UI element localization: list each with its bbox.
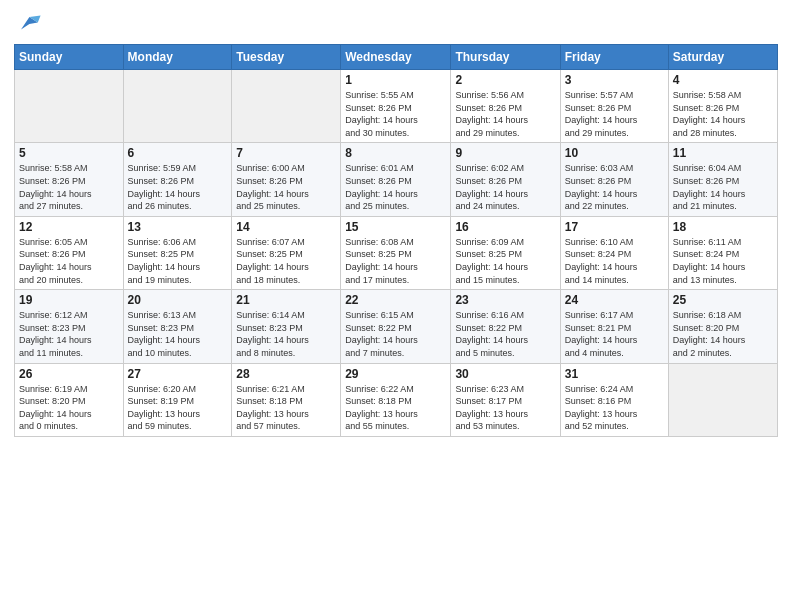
day-info: Sunrise: 6:21 AM Sunset: 8:18 PM Dayligh… — [236, 383, 336, 433]
day-info: Sunrise: 6:17 AM Sunset: 8:21 PM Dayligh… — [565, 309, 664, 359]
day-number: 9 — [455, 146, 555, 160]
calendar-empty-cell — [15, 70, 124, 143]
day-number: 7 — [236, 146, 336, 160]
day-number: 24 — [565, 293, 664, 307]
day-number: 23 — [455, 293, 555, 307]
logo-bird-icon — [14, 10, 42, 38]
day-number: 18 — [673, 220, 773, 234]
day-number: 25 — [673, 293, 773, 307]
day-info: Sunrise: 6:03 AM Sunset: 8:26 PM Dayligh… — [565, 162, 664, 212]
weekday-header-saturday: Saturday — [668, 45, 777, 70]
calendar-table: SundayMondayTuesdayWednesdayThursdayFrid… — [14, 44, 778, 437]
day-info: Sunrise: 6:08 AM Sunset: 8:25 PM Dayligh… — [345, 236, 446, 286]
day-number: 16 — [455, 220, 555, 234]
calendar-day-12: 12Sunrise: 6:05 AM Sunset: 8:26 PM Dayli… — [15, 216, 124, 289]
calendar-day-30: 30Sunrise: 6:23 AM Sunset: 8:17 PM Dayli… — [451, 363, 560, 436]
day-info: Sunrise: 6:12 AM Sunset: 8:23 PM Dayligh… — [19, 309, 119, 359]
calendar-day-1: 1Sunrise: 5:55 AM Sunset: 8:26 PM Daylig… — [341, 70, 451, 143]
day-info: Sunrise: 6:13 AM Sunset: 8:23 PM Dayligh… — [128, 309, 228, 359]
calendar-day-17: 17Sunrise: 6:10 AM Sunset: 8:24 PM Dayli… — [560, 216, 668, 289]
day-info: Sunrise: 6:06 AM Sunset: 8:25 PM Dayligh… — [128, 236, 228, 286]
day-number: 8 — [345, 146, 446, 160]
logo — [14, 10, 46, 38]
calendar-day-26: 26Sunrise: 6:19 AM Sunset: 8:20 PM Dayli… — [15, 363, 124, 436]
day-info: Sunrise: 5:58 AM Sunset: 8:26 PM Dayligh… — [19, 162, 119, 212]
calendar-day-14: 14Sunrise: 6:07 AM Sunset: 8:25 PM Dayli… — [232, 216, 341, 289]
calendar-day-31: 31Sunrise: 6:24 AM Sunset: 8:16 PM Dayli… — [560, 363, 668, 436]
calendar-week-row: 26Sunrise: 6:19 AM Sunset: 8:20 PM Dayli… — [15, 363, 778, 436]
day-info: Sunrise: 6:22 AM Sunset: 8:18 PM Dayligh… — [345, 383, 446, 433]
calendar-day-4: 4Sunrise: 5:58 AM Sunset: 8:26 PM Daylig… — [668, 70, 777, 143]
day-number: 26 — [19, 367, 119, 381]
calendar-week-row: 5Sunrise: 5:58 AM Sunset: 8:26 PM Daylig… — [15, 143, 778, 216]
day-info: Sunrise: 6:04 AM Sunset: 8:26 PM Dayligh… — [673, 162, 773, 212]
calendar-day-9: 9Sunrise: 6:02 AM Sunset: 8:26 PM Daylig… — [451, 143, 560, 216]
day-info: Sunrise: 5:55 AM Sunset: 8:26 PM Dayligh… — [345, 89, 446, 139]
calendar-day-27: 27Sunrise: 6:20 AM Sunset: 8:19 PM Dayli… — [123, 363, 232, 436]
weekday-header-friday: Friday — [560, 45, 668, 70]
day-info: Sunrise: 6:10 AM Sunset: 8:24 PM Dayligh… — [565, 236, 664, 286]
calendar-day-8: 8Sunrise: 6:01 AM Sunset: 8:26 PM Daylig… — [341, 143, 451, 216]
day-number: 27 — [128, 367, 228, 381]
day-info: Sunrise: 6:07 AM Sunset: 8:25 PM Dayligh… — [236, 236, 336, 286]
day-number: 20 — [128, 293, 228, 307]
calendar-day-20: 20Sunrise: 6:13 AM Sunset: 8:23 PM Dayli… — [123, 290, 232, 363]
calendar-day-15: 15Sunrise: 6:08 AM Sunset: 8:25 PM Dayli… — [341, 216, 451, 289]
calendar-day-3: 3Sunrise: 5:57 AM Sunset: 8:26 PM Daylig… — [560, 70, 668, 143]
weekday-header-row: SundayMondayTuesdayWednesdayThursdayFrid… — [15, 45, 778, 70]
day-number: 31 — [565, 367, 664, 381]
day-info: Sunrise: 6:02 AM Sunset: 8:26 PM Dayligh… — [455, 162, 555, 212]
calendar-empty-cell — [668, 363, 777, 436]
day-info: Sunrise: 5:58 AM Sunset: 8:26 PM Dayligh… — [673, 89, 773, 139]
calendar-day-16: 16Sunrise: 6:09 AM Sunset: 8:25 PM Dayli… — [451, 216, 560, 289]
calendar-day-25: 25Sunrise: 6:18 AM Sunset: 8:20 PM Dayli… — [668, 290, 777, 363]
calendar-day-22: 22Sunrise: 6:15 AM Sunset: 8:22 PM Dayli… — [341, 290, 451, 363]
day-info: Sunrise: 6:11 AM Sunset: 8:24 PM Dayligh… — [673, 236, 773, 286]
calendar-day-5: 5Sunrise: 5:58 AM Sunset: 8:26 PM Daylig… — [15, 143, 124, 216]
day-number: 30 — [455, 367, 555, 381]
calendar-day-23: 23Sunrise: 6:16 AM Sunset: 8:22 PM Dayli… — [451, 290, 560, 363]
calendar-empty-cell — [232, 70, 341, 143]
page: SundayMondayTuesdayWednesdayThursdayFrid… — [0, 0, 792, 612]
weekday-header-monday: Monday — [123, 45, 232, 70]
day-number: 6 — [128, 146, 228, 160]
day-info: Sunrise: 6:09 AM Sunset: 8:25 PM Dayligh… — [455, 236, 555, 286]
weekday-header-sunday: Sunday — [15, 45, 124, 70]
calendar-day-11: 11Sunrise: 6:04 AM Sunset: 8:26 PM Dayli… — [668, 143, 777, 216]
calendar-day-28: 28Sunrise: 6:21 AM Sunset: 8:18 PM Dayli… — [232, 363, 341, 436]
day-info: Sunrise: 6:19 AM Sunset: 8:20 PM Dayligh… — [19, 383, 119, 433]
day-number: 5 — [19, 146, 119, 160]
day-number: 14 — [236, 220, 336, 234]
day-number: 1 — [345, 73, 446, 87]
calendar-day-29: 29Sunrise: 6:22 AM Sunset: 8:18 PM Dayli… — [341, 363, 451, 436]
day-number: 4 — [673, 73, 773, 87]
calendar-day-6: 6Sunrise: 5:59 AM Sunset: 8:26 PM Daylig… — [123, 143, 232, 216]
day-info: Sunrise: 6:23 AM Sunset: 8:17 PM Dayligh… — [455, 383, 555, 433]
calendar-day-7: 7Sunrise: 6:00 AM Sunset: 8:26 PM Daylig… — [232, 143, 341, 216]
calendar-day-18: 18Sunrise: 6:11 AM Sunset: 8:24 PM Dayli… — [668, 216, 777, 289]
day-number: 12 — [19, 220, 119, 234]
day-number: 2 — [455, 73, 555, 87]
calendar-week-row: 12Sunrise: 6:05 AM Sunset: 8:26 PM Dayli… — [15, 216, 778, 289]
day-info: Sunrise: 6:24 AM Sunset: 8:16 PM Dayligh… — [565, 383, 664, 433]
day-info: Sunrise: 6:20 AM Sunset: 8:19 PM Dayligh… — [128, 383, 228, 433]
day-info: Sunrise: 5:56 AM Sunset: 8:26 PM Dayligh… — [455, 89, 555, 139]
calendar-week-row: 19Sunrise: 6:12 AM Sunset: 8:23 PM Dayli… — [15, 290, 778, 363]
day-number: 15 — [345, 220, 446, 234]
day-number: 10 — [565, 146, 664, 160]
day-info: Sunrise: 6:15 AM Sunset: 8:22 PM Dayligh… — [345, 309, 446, 359]
day-number: 22 — [345, 293, 446, 307]
day-number: 21 — [236, 293, 336, 307]
day-info: Sunrise: 6:16 AM Sunset: 8:22 PM Dayligh… — [455, 309, 555, 359]
calendar-empty-cell — [123, 70, 232, 143]
day-info: Sunrise: 6:00 AM Sunset: 8:26 PM Dayligh… — [236, 162, 336, 212]
day-number: 13 — [128, 220, 228, 234]
calendar-day-10: 10Sunrise: 6:03 AM Sunset: 8:26 PM Dayli… — [560, 143, 668, 216]
day-number: 3 — [565, 73, 664, 87]
calendar-week-row: 1Sunrise: 5:55 AM Sunset: 8:26 PM Daylig… — [15, 70, 778, 143]
day-number: 11 — [673, 146, 773, 160]
weekday-header-tuesday: Tuesday — [232, 45, 341, 70]
day-info: Sunrise: 5:57 AM Sunset: 8:26 PM Dayligh… — [565, 89, 664, 139]
calendar-day-19: 19Sunrise: 6:12 AM Sunset: 8:23 PM Dayli… — [15, 290, 124, 363]
day-number: 29 — [345, 367, 446, 381]
